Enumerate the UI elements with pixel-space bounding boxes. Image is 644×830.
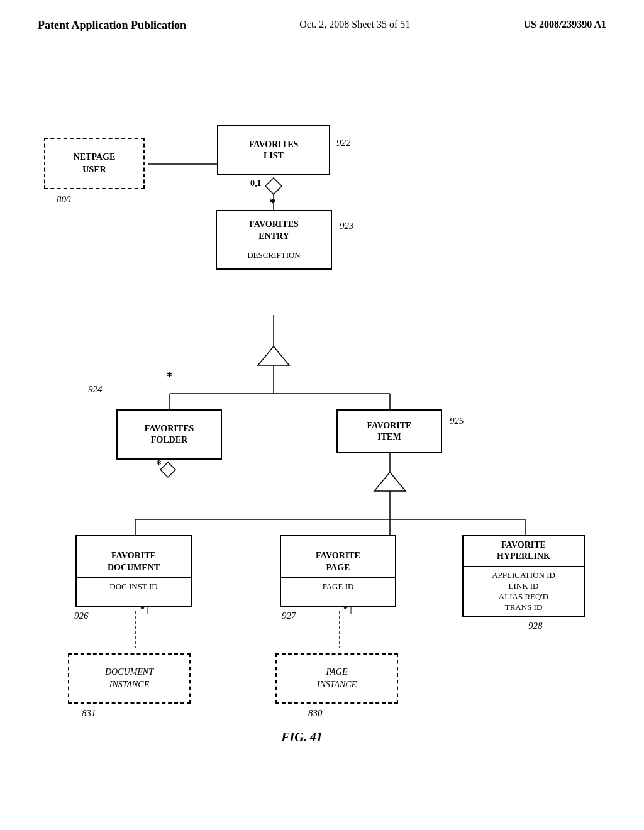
ref-925: 925 — [450, 416, 464, 426]
favorite-item-label: FAVORITEITEM — [338, 416, 441, 446]
ref-800: 800 — [57, 194, 71, 205]
asterisk-1: * — [270, 197, 275, 210]
ref-928: 928 — [528, 621, 543, 631]
publication-title: Patent Application Publication — [38, 19, 186, 32]
favorites-folder-box: FAVORITESFOLDER — [116, 409, 222, 460]
favorite-document-sublabel: DOC INST ID — [77, 577, 191, 596]
ref-927: 927 — [282, 611, 296, 621]
netpage-user-label: NETPAGE USER — [74, 151, 116, 175]
favorite-document-box: FAVORITEDOCUMENT DOC INST ID — [75, 535, 192, 607]
favorites-entry-desc: DESCRIPTION — [217, 246, 331, 265]
favorites-entry-label: FAVORITESENTRY — [217, 215, 331, 245]
asterisk-left: * — [167, 370, 172, 384]
favorites-list-box: FAVORITESLIST — [217, 125, 330, 175]
ref-923: 923 — [340, 221, 354, 231]
patent-number: US 2008/239390 A1 — [523, 19, 606, 30]
favorite-page-sublabel: PAGE ID — [281, 577, 395, 596]
svg-marker-18 — [265, 178, 282, 194]
favorite-hyperlink-label: FAVORITEHYPERLINK — [464, 536, 584, 566]
page-instance-label: PAGE INSTANCE — [317, 666, 357, 690]
netpage-user-box: NETPAGE USER — [44, 138, 145, 189]
asterisk-doc: * | — [140, 604, 149, 614]
ref-924: 924 — [88, 384, 103, 395]
ref-922: 922 — [336, 138, 351, 148]
multiplicity-zero-one: 0,1 — [250, 179, 262, 189]
asterisk-page: * | — [343, 604, 352, 614]
favorite-hyperlink-sublabel: APPLICATION IDLINK IDALIAS REQ'DTRANS ID — [464, 566, 584, 617]
favorite-page-box: FAVORITEPAGE PAGE ID — [280, 535, 396, 607]
ref-926: 926 — [74, 611, 89, 621]
publication-date-sheet: Oct. 2, 2008 Sheet 35 of 51 — [299, 19, 410, 30]
svg-marker-10 — [374, 472, 406, 491]
favorite-hyperlink-box: FAVORITEHYPERLINK APPLICATION IDLINK IDA… — [462, 535, 585, 617]
asterisk-folder: * — [156, 458, 162, 472]
svg-marker-19 — [160, 462, 175, 477]
favorites-entry-box: FAVORITESENTRY DESCRIPTION — [216, 210, 332, 270]
svg-marker-4 — [258, 346, 289, 365]
favorites-folder-label: FAVORITESFOLDER — [118, 419, 221, 450]
page-header: Patent Application Publication Oct. 2, 2… — [0, 0, 644, 38]
document-instance-label: DOCUMENT INSTANCE — [105, 666, 153, 690]
ref-831: 831 — [82, 708, 96, 719]
page-instance-box: PAGE INSTANCE — [275, 653, 398, 704]
figure-caption: FIG. 41 — [239, 730, 365, 744]
ref-830: 830 — [308, 708, 323, 719]
favorite-document-label: FAVORITEDOCUMENT — [77, 546, 191, 577]
document-instance-box: DOCUMENT INSTANCE — [68, 653, 191, 704]
favorite-item-box: FAVORITEITEM — [336, 409, 442, 453]
favorites-list-label: FAVORITESLIST — [218, 135, 329, 165]
diamond-folder — [159, 461, 177, 479]
favorite-page-label: FAVORITEPAGE — [281, 546, 395, 577]
diamond-zero-one — [264, 177, 283, 196]
diagram-container: NETPAGE USER 800 FAVORITESLIST 922 0,1 *… — [0, 45, 644, 799]
